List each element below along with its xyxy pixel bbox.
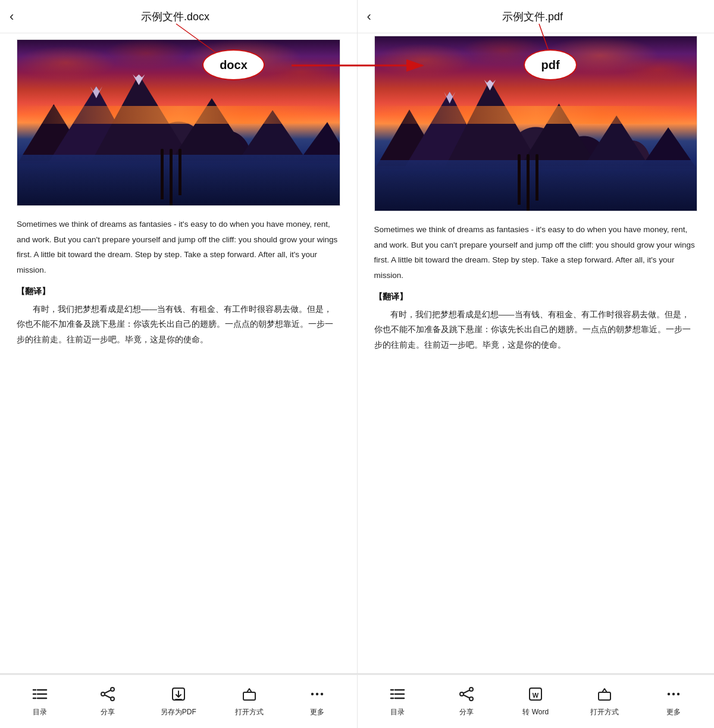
right-toolbar: 目录 分享 W [358, 674, 715, 728]
right-toolbar-share[interactable]: 分享 [452, 686, 481, 717]
svg-line-47 [464, 690, 469, 693]
svg-point-26 [111, 688, 114, 691]
right-share-icon [459, 686, 474, 704]
left-save-pdf-label: 另存为PDF [161, 707, 196, 717]
left-toc-label: 目录 [33, 707, 47, 717]
right-panel-content: Sometimes we think of dreams as fantasie… [358, 33, 715, 673]
svg-point-45 [460, 692, 464, 696]
svg-marker-11 [297, 122, 340, 164]
right-list-icon [390, 686, 405, 704]
svg-marker-19 [639, 127, 697, 169]
more-icon-left [309, 686, 325, 704]
svg-point-46 [469, 697, 473, 701]
left-panel-content: Sometimes we think of dreams as fantasie… [0, 33, 357, 673]
right-panel-header: ‹ 示例文件.pdf [358, 0, 715, 33]
left-body-text: Sometimes we think of dreams as fantasie… [17, 217, 340, 278]
left-panel: ‹ 示例文件.docx [0, 0, 358, 673]
svg-rect-34 [243, 692, 255, 700]
left-file-title: 示例文件.docx [21, 10, 329, 24]
right-more-label: 更多 [666, 707, 681, 717]
right-panel: ‹ 示例文件.pdf [358, 0, 715, 673]
svg-line-30 [105, 695, 111, 698]
right-toolbar-convert-word[interactable]: W 转 Word [521, 686, 550, 717]
right-file-title: 示例文件.pdf [378, 10, 687, 24]
right-open-with-icon [597, 686, 612, 704]
svg-line-48 [464, 695, 469, 698]
right-back-button[interactable]: ‹ [367, 10, 371, 23]
right-toolbar-toc[interactable]: 目录 [383, 686, 412, 717]
right-convert-word-label: 转 Word [522, 707, 549, 717]
pdf-label: pdf [524, 49, 577, 80]
svg-point-27 [101, 692, 105, 696]
right-share-label: 分享 [459, 707, 474, 717]
right-toolbar-more[interactable]: 更多 [659, 686, 688, 717]
svg-point-35 [311, 692, 313, 695]
left-panel-header: ‹ 示例文件.docx [0, 0, 357, 33]
left-toolbar-toc[interactable]: 目录 [25, 686, 55, 717]
left-toolbar-share[interactable]: 分享 [93, 686, 123, 717]
left-toolbar-open-with[interactable]: 打开方式 [234, 686, 264, 717]
left-back-button[interactable]: ‹ [10, 10, 14, 23]
right-translate-section: 【翻译】 有时，我们把梦想看成是幻想——当有钱、有租金、有工作时很容易去做。但是… [374, 292, 698, 353]
list-icon [32, 686, 48, 704]
right-open-with-label: 打开方式 [590, 707, 619, 717]
convert-word-icon: W [528, 686, 543, 704]
save-pdf-icon [171, 686, 186, 704]
left-open-with-label: 打开方式 [235, 707, 264, 717]
right-body-text: Sometimes we think of dreams as fantasie… [374, 222, 698, 283]
right-toolbar-open-with[interactable]: 打开方式 [590, 686, 619, 717]
more-icon-right [666, 686, 681, 704]
open-with-icon [242, 686, 257, 704]
left-toolbar-more[interactable]: 更多 [302, 686, 332, 717]
left-toolbar-save-pdf[interactable]: 另存为PDF [161, 686, 196, 717]
svg-point-54 [677, 692, 679, 695]
share-icon [100, 686, 115, 704]
svg-point-52 [668, 692, 670, 695]
left-share-label: 分享 [101, 707, 115, 717]
left-translate-section: 【翻译】 有时，我们把梦想看成是幻想——当有钱、有租金、有工作时很容易去做。但是… [17, 286, 340, 348]
svg-point-53 [672, 692, 675, 695]
svg-text:W: W [533, 692, 539, 699]
svg-rect-51 [599, 692, 610, 700]
svg-line-29 [105, 690, 111, 693]
svg-point-36 [315, 692, 318, 695]
svg-point-37 [320, 692, 322, 695]
left-doc-image [17, 39, 340, 206]
svg-point-44 [469, 688, 473, 691]
docx-label: docx [202, 49, 265, 80]
svg-point-28 [111, 697, 114, 701]
bottom-toolbars: 目录 分享 [0, 674, 714, 728]
left-more-label: 更多 [310, 707, 324, 717]
right-toc-label: 目录 [390, 707, 405, 717]
left-toolbar: 目录 分享 [0, 674, 358, 728]
